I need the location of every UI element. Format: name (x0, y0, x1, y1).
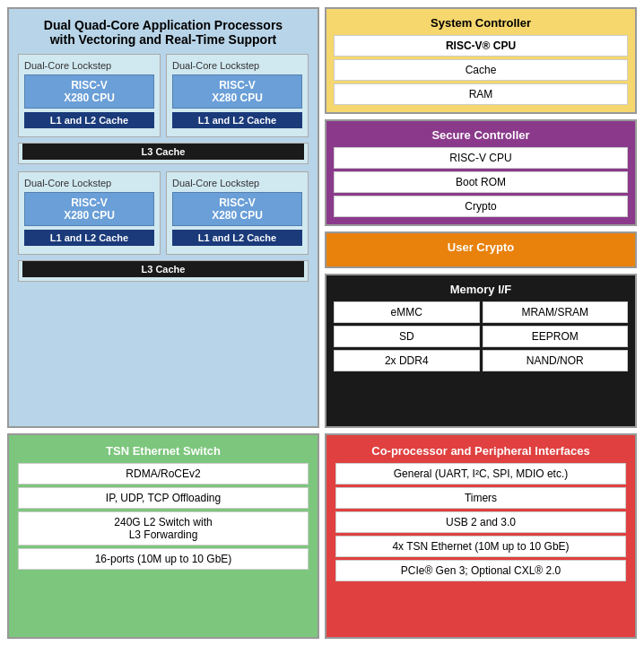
l3-wrapper-2: L3 Cache (18, 260, 309, 282)
memory-if: Memory I/F eMMC MRAM/SRAM SD EEPROM 2x D… (325, 274, 637, 428)
memory-grid: eMMC MRAM/SRAM SD EEPROM 2x DDR4 NAND/NO… (334, 301, 628, 371)
user-crypto: User Crypto (325, 231, 637, 268)
coprocessor-section: Co-processor and Peripheral Interfaces G… (325, 433, 637, 640)
tsn-item-1: IP, UDP, TCP Offloading (18, 487, 309, 509)
memory-cell-0: eMMC (334, 301, 480, 323)
tsn-item-2: 240G L2 Switch withL3 Forwarding (18, 511, 309, 546)
system-controller-item-1: Cache (334, 59, 628, 81)
coprocessor-item-2: USB 2 and 3.0 (335, 511, 626, 533)
system-controller-title: System Controller (334, 16, 628, 30)
quad-core-title: Dual Quad-Core Application Processors wi… (18, 18, 309, 47)
cpu-box-1a: RISC-VX280 CPU (24, 74, 154, 109)
coprocessor-item-0: General (UART, I²C, SPI, MDIO etc.) (335, 463, 626, 484)
main-container: Dual Quad-Core Application Processors wi… (0, 0, 644, 646)
coprocessor-item-1: Timers (335, 487, 626, 509)
user-crypto-title: User Crypto (334, 240, 628, 254)
secure-controller-item-1: Boot ROM (334, 171, 628, 193)
tsn-section: TSN Ethernet Switch RDMA/RoCEv2 IP, UDP,… (7, 433, 319, 640)
l3-wrapper-1: L3 Cache (18, 143, 309, 164)
l1l2-cache-2b: L1 and L2 Cache (172, 230, 302, 246)
memory-cell-4: 2x DDR4 (334, 350, 480, 371)
l1l2-cache-2a: L1 and L2 Cache (24, 230, 154, 246)
secure-controller: Secure Controller RISC-V CPU Boot ROM Cr… (325, 119, 637, 226)
system-controller: System Controller RISC-V® CPU Cache RAM (325, 7, 637, 114)
tsn-item-0: RDMA/RoCEv2 (18, 463, 309, 484)
system-controller-item-0: RISC-V® CPU (334, 35, 628, 57)
coprocessor-item-4: PCIe® Gen 3; Optional CXL® 2.0 (335, 560, 626, 581)
cpu-box-1b: RISC-VX280 CPU (172, 74, 302, 109)
l3-cache-2: L3 Cache (22, 261, 304, 277)
dual-core-pair-1: Dual-Core Lockstep RISC-VX280 CPU L1 and… (18, 54, 309, 137)
dual-core-label-1a: Dual-Core Lockstep (24, 60, 154, 71)
dual-core-block-1a: Dual-Core Lockstep RISC-VX280 CPU L1 and… (18, 54, 161, 137)
dual-core-block-2a: Dual-Core Lockstep RISC-VX280 CPU L1 and… (18, 171, 161, 255)
dual-core-label-2a: Dual-Core Lockstep (24, 178, 154, 188)
memory-cell-1: MRAM/SRAM (483, 301, 629, 323)
dual-core-label-1b: Dual-Core Lockstep (172, 60, 302, 71)
right-section: System Controller RISC-V® CPU Cache RAM … (325, 7, 637, 428)
secure-controller-item-2: Crypto (334, 196, 628, 217)
l1l2-cache-1b: L1 and L2 Cache (172, 112, 302, 128)
system-controller-item-2: RAM (334, 83, 628, 105)
dual-core-block-2b: Dual-Core Lockstep RISC-VX280 CPU L1 and… (166, 171, 309, 255)
tsn-item-3: 16-ports (10M up to 10 GbE) (18, 548, 309, 570)
dual-core-pair-2: Dual-Core Lockstep RISC-VX280 CPU L1 and… (18, 171, 309, 255)
tsn-title: TSN Ethernet Switch (18, 444, 309, 458)
l3-cache-1: L3 Cache (22, 144, 304, 160)
memory-cell-5: NAND/NOR (483, 350, 629, 371)
secure-controller-title: Secure Controller (334, 128, 628, 142)
coprocessor-item-3: 4x TSN Ethernet (10M up to 10 GbE) (335, 536, 626, 557)
coprocessor-title: Co-processor and Peripheral Interfaces (335, 444, 626, 458)
quad-core-section: Dual Quad-Core Application Processors wi… (7, 7, 319, 428)
memory-cell-2: SD (334, 326, 480, 347)
dual-core-label-2b: Dual-Core Lockstep (172, 178, 302, 188)
cpu-box-2a: RISC-VX280 CPU (24, 192, 154, 226)
dual-core-block-1b: Dual-Core Lockstep RISC-VX280 CPU L1 and… (166, 54, 309, 137)
cpu-box-2b: RISC-VX280 CPU (172, 192, 302, 226)
secure-controller-item-0: RISC-V CPU (334, 147, 628, 169)
memory-if-title: Memory I/F (334, 283, 628, 296)
memory-cell-3: EEPROM (483, 326, 629, 347)
l1l2-cache-1a: L1 and L2 Cache (24, 112, 154, 128)
